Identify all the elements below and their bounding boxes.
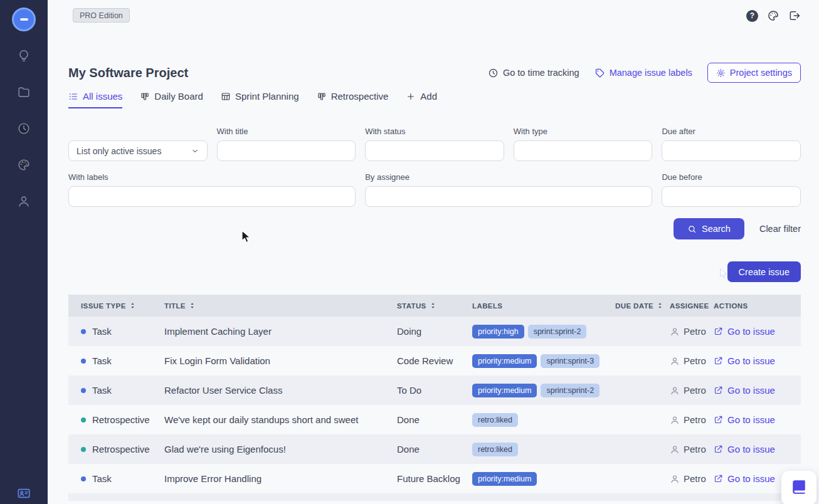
issue-type: Task <box>92 473 112 484</box>
filter-actions: Search Clear filter <box>68 218 801 239</box>
create-issue-row: Create issue <box>68 261 801 282</box>
person-icon <box>670 327 680 337</box>
header-label: ACTIONS <box>714 302 748 310</box>
person-icon <box>670 474 680 484</box>
kanban-icon <box>140 92 150 102</box>
table-row: Task Fix Login Form Validation Code Revi… <box>68 346 801 375</box>
with-labels-label: With labels <box>68 172 356 182</box>
sort-icon <box>429 302 437 310</box>
kanban-icon <box>317 92 327 102</box>
project-settings-button[interactable]: Project settings <box>707 63 801 83</box>
plus-icon <box>406 92 416 102</box>
go-to-issue-link[interactable]: Go to issue <box>714 355 801 366</box>
go-to-issue-link[interactable]: Go to issue <box>714 385 801 396</box>
label-badge: priority:high <box>472 325 524 339</box>
issue-type-cell: Task <box>68 473 164 484</box>
view-tabs: All issues Daily Board Sprint Planning R… <box>68 91 801 108</box>
go-to-issue-link[interactable]: Go to issue <box>714 326 801 337</box>
labels-cell: priority:high sprint:sprint-2 <box>472 325 615 339</box>
id-card-icon[interactable] <box>17 486 31 503</box>
issues-table: ISSUE TYPE TITLE STATUS LABELS <box>68 295 801 501</box>
go-to-issue-link[interactable]: Go to issue <box>714 414 801 425</box>
label-badge: sprint:sprint-2 <box>541 384 600 397</box>
project-header: My Software Project Go to time tracking … <box>68 61 801 84</box>
manage-labels-link[interactable]: Manage issue labels <box>594 68 692 78</box>
person-icon <box>670 415 680 425</box>
go-to-issue-label: Go to issue <box>727 444 775 454</box>
label-badge: retro:liked <box>472 413 518 427</box>
issue-type: Task <box>92 326 112 337</box>
table-row: Retrospective We've kept our daily stand… <box>68 405 801 434</box>
manage-labels-label: Manage issue labels <box>610 68 692 78</box>
task-type-dot <box>81 329 86 334</box>
tab-retrospective[interactable]: Retrospective <box>317 91 389 108</box>
clock-icon <box>488 68 499 78</box>
issue-status: Doing <box>397 326 472 337</box>
with-status-label: With status <box>365 127 504 136</box>
assignee-cell: Petro <box>670 385 714 396</box>
issue-title: We've kept our daily standups short and … <box>164 414 397 425</box>
assignee-name: Petro <box>684 444 706 454</box>
list-icon <box>68 92 78 102</box>
tab-daily-board[interactable]: Daily Board <box>140 91 203 108</box>
with-type-input[interactable] <box>514 140 653 161</box>
with-labels-input[interactable] <box>68 186 356 207</box>
palette-icon[interactable] <box>17 158 31 172</box>
tab-add-view[interactable]: Add <box>406 91 437 108</box>
header-labels: LABELS <box>472 302 615 310</box>
time-tracking-link[interactable]: Go to time tracking <box>488 68 579 78</box>
header-due-date[interactable]: DUE DATE <box>615 302 670 310</box>
tab-all-issues[interactable]: All issues <box>68 91 122 108</box>
due-after-input[interactable] <box>662 140 801 161</box>
main-area: PRO Edition ? My Software Project Go to … <box>48 0 819 504</box>
task-type-dot <box>81 359 86 364</box>
assignee-name: Petro <box>684 385 706 396</box>
active-issues-select[interactable]: List only active issues <box>68 140 208 161</box>
assignee-cell: Petro <box>670 473 714 484</box>
header-title[interactable]: TITLE <box>164 302 397 310</box>
assignee-cell: Petro <box>670 444 714 454</box>
table-row: Task Refactor User Service Class To Do p… <box>68 375 801 405</box>
assignee-cell: Petro <box>670 326 714 337</box>
issue-type-cell: Retrospective <box>68 444 164 454</box>
go-to-issue-label: Go to issue <box>727 385 775 396</box>
header-actions: Go to time tracking Manage issue labels … <box>488 63 801 83</box>
retrospective-type-dot <box>81 447 86 452</box>
sort-icon <box>656 302 664 310</box>
filter-form: List only active issues With title With … <box>68 127 801 207</box>
with-type-field: With type <box>514 127 653 161</box>
tab-label: All issues <box>83 91 122 102</box>
clear-filter-button[interactable]: Clear filter <box>759 224 801 234</box>
by-assignee-field: By assignee <box>365 172 652 207</box>
table-row: Retrospective Glad we're using Eigenfocu… <box>68 434 801 464</box>
header-issue-type[interactable]: ISSUE TYPE <box>68 302 164 310</box>
clock-icon[interactable] <box>17 122 31 135</box>
search-button[interactable]: Search <box>674 218 744 239</box>
header-label: TITLE <box>164 302 186 310</box>
person-icon <box>670 444 680 454</box>
due-before-field: Due before <box>662 172 801 207</box>
external-link-icon <box>714 444 723 454</box>
sort-icon <box>188 302 196 310</box>
header-status[interactable]: STATUS <box>397 302 472 310</box>
with-title-input[interactable] <box>217 140 356 161</box>
external-link-icon <box>714 356 723 365</box>
person-icon[interactable] <box>17 194 31 208</box>
folder-icon[interactable] <box>17 85 31 99</box>
tab-label: Add <box>420 91 437 102</box>
docs-floating-button[interactable] <box>781 471 816 504</box>
by-assignee-input[interactable] <box>365 186 652 207</box>
issue-status: Done <box>397 414 472 425</box>
table-header-row: ISSUE TYPE TITLE STATUS LABELS <box>68 295 801 317</box>
due-after-label: Due after <box>662 127 801 136</box>
header-label: ISSUE TYPE <box>81 302 126 310</box>
due-before-input[interactable] <box>662 186 801 207</box>
app-window: PRO Edition ? My Software Project Go to … <box>0 0 819 504</box>
assignee-name: Petro <box>684 326 706 337</box>
create-issue-button[interactable]: Create issue <box>727 261 801 282</box>
tab-sprint-planning[interactable]: Sprint Planning <box>221 91 299 108</box>
app-logo[interactable] <box>12 8 36 31</box>
lightbulb-icon[interactable] <box>17 49 31 63</box>
go-to-issue-link[interactable]: Go to issue <box>714 444 801 454</box>
with-status-input[interactable] <box>365 140 504 161</box>
